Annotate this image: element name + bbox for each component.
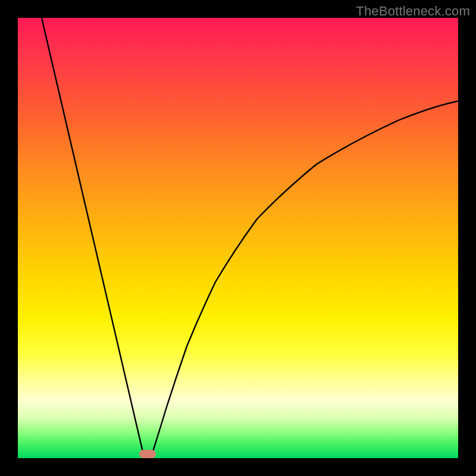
bottleneck-curve <box>18 18 458 458</box>
watermark-text: TheBottleneck.com <box>356 4 470 19</box>
curve-right-branch <box>151 101 458 457</box>
optimum-marker <box>139 450 156 458</box>
curve-left-branch <box>42 18 144 457</box>
chart-plot-area <box>18 18 458 458</box>
